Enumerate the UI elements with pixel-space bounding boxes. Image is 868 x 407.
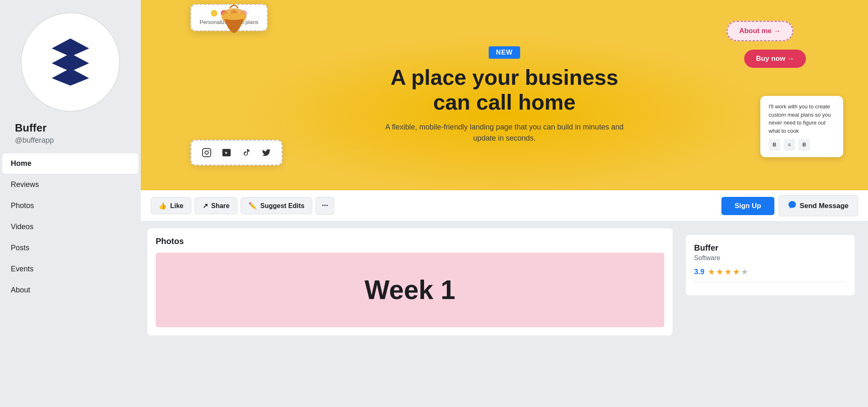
food-image xyxy=(215,0,253,43)
stars-container: ★ ★ ★ ★ ★ xyxy=(708,267,748,277)
cover-meal-card: I'll work with you to create custom meal… xyxy=(760,96,843,157)
nav-item-events[interactable]: Events xyxy=(2,259,138,279)
send-message-button[interactable]: Send Message xyxy=(779,195,858,216)
action-bar-left: 👍 Like ↗ Share ✏️ Suggest Edits ··· xyxy=(151,197,334,215)
nav-item-photos[interactable]: Photos xyxy=(2,196,138,216)
bottom-section: Photos Week 1 Buffer Software 3.9 ★ ★ ★ xyxy=(141,222,868,342)
buy-now-button[interactable]: Buy now → xyxy=(744,50,806,68)
suggest-edits-button[interactable]: ✏️ Suggest Edits xyxy=(241,197,312,214)
right-sidebar: Buffer Software 3.9 ★ ★ ★ ★ ★ xyxy=(679,228,861,335)
align-button[interactable]: ≡ xyxy=(784,139,795,151)
more-button[interactable]: ··· xyxy=(316,197,334,215)
cover-card-actions: B ≡ B xyxy=(769,139,835,151)
instagram-icon[interactable] xyxy=(200,146,213,159)
page-name: Buffer xyxy=(7,122,134,134)
photos-section: Photos Week 1 xyxy=(147,228,673,335)
action-bar-right: Sign Up Send Message xyxy=(721,195,858,216)
star-2: ★ xyxy=(716,267,723,277)
tiktok-icon[interactable] xyxy=(240,146,253,159)
nav-item-videos[interactable]: Videos xyxy=(2,217,138,237)
share-button[interactable]: ↗ Share xyxy=(195,197,237,214)
page-avatar xyxy=(21,12,120,112)
about-me-button[interactable]: About me → xyxy=(726,21,793,41)
twitter-icon[interactable] xyxy=(260,146,272,159)
pencil-icon: ✏️ xyxy=(248,202,257,210)
info-card: Buffer Software 3.9 ★ ★ ★ ★ ★ xyxy=(686,235,855,295)
basket-icon xyxy=(215,0,253,41)
messenger-icon xyxy=(788,201,796,211)
week-label: Week 1 xyxy=(364,275,455,305)
bold-button[interactable]: B xyxy=(769,139,780,151)
action-bar: 👍 Like ↗ Share ✏️ Suggest Edits ··· Sign… xyxy=(141,190,868,222)
star-3: ★ xyxy=(724,267,732,277)
buffer-logo-icon xyxy=(41,35,99,89)
youtube-icon[interactable] xyxy=(220,146,233,159)
share-icon: ↗ xyxy=(203,202,208,210)
cover-social-icons-card[interactable] xyxy=(190,140,282,165)
like-button[interactable]: 👍 Like xyxy=(151,197,191,214)
more-format-button[interactable]: B xyxy=(798,139,810,151)
info-card-category: Software xyxy=(694,254,846,262)
rating-number: 3.9 xyxy=(694,268,704,276)
svg-rect-5 xyxy=(203,148,211,157)
rating-row: 3.9 ★ ★ ★ ★ ★ xyxy=(694,267,846,277)
svg-point-4 xyxy=(222,13,246,20)
new-badge: NEW xyxy=(489,46,520,59)
svg-point-7 xyxy=(209,150,210,151)
svg-marker-2 xyxy=(52,68,89,86)
thumbs-up-icon: 👍 xyxy=(159,202,167,210)
page-handle: @bufferapp xyxy=(7,136,134,145)
nav-item-home[interactable]: Home xyxy=(2,153,138,174)
photo-placeholder: Week 1 xyxy=(156,253,664,327)
photos-title: Photos xyxy=(156,237,664,246)
sign-up-button[interactable]: Sign Up xyxy=(721,197,774,215)
star-4: ★ xyxy=(733,267,740,277)
cover-headline: A place your business can call home xyxy=(380,65,629,115)
star-5-empty: ★ xyxy=(741,267,748,277)
divider xyxy=(694,282,846,282)
cover-photo: Personalized meal plans xyxy=(141,0,868,190)
left-sidebar: Buffer @bufferapp Home Reviews Photos Vi… xyxy=(0,0,141,407)
nav-item-about[interactable]: About xyxy=(2,280,138,300)
nav-item-posts[interactable]: Posts xyxy=(2,238,138,258)
star-1: ★ xyxy=(708,267,715,277)
nav-item-reviews[interactable]: Reviews xyxy=(2,175,138,195)
main-content: Personalized meal plans xyxy=(141,0,868,407)
nav-menu: Home Reviews Photos Videos Posts Events … xyxy=(0,153,141,301)
cover-card-text: I'll work with you to create custom meal… xyxy=(769,103,835,135)
svg-point-6 xyxy=(205,151,208,154)
cover-subtext: A flexible, mobile-friendly landing page… xyxy=(380,122,629,144)
info-card-name: Buffer xyxy=(694,243,846,253)
cover-center-text: NEW A place your business can call home … xyxy=(380,46,629,144)
